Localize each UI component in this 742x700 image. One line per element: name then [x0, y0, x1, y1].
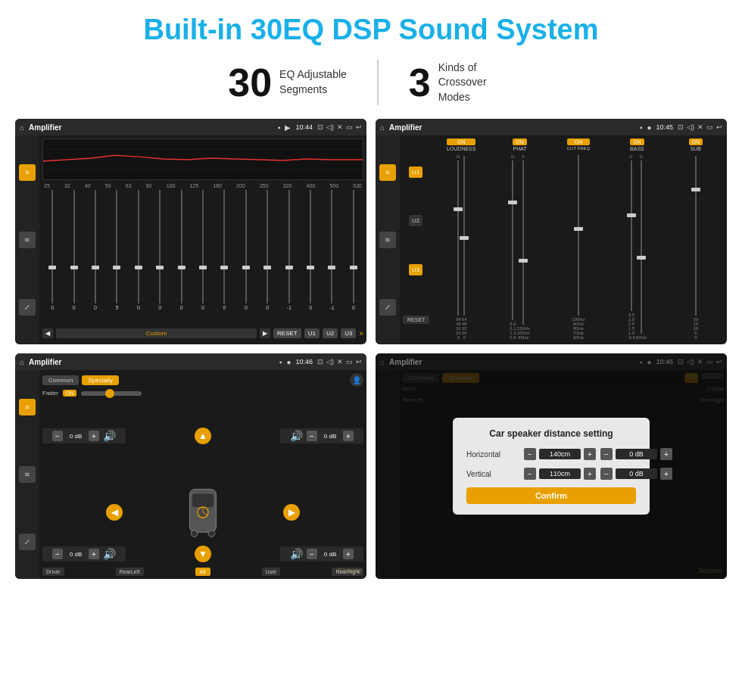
expand-btn3[interactable]: ⤢	[19, 534, 36, 550]
eq-slider-6[interactable]: 0	[150, 190, 170, 310]
reset-crossover-btn[interactable]: RESET	[403, 316, 429, 324]
screen2-time: 10:45	[656, 123, 673, 131]
display-icon2[interactable]: ▭	[706, 123, 713, 131]
eq-slider-9[interactable]: 0	[214, 190, 234, 310]
u3-btn[interactable]: U3	[341, 328, 356, 338]
all-btn[interactable]: All	[195, 568, 210, 576]
camera-icon3[interactable]: ⊡	[317, 358, 323, 366]
db-plus-br[interactable]: +	[343, 549, 354, 559]
cutfreq-on-btn[interactable]: ON	[567, 138, 591, 145]
u1-btn[interactable]: U1	[304, 328, 320, 338]
camera-icon2[interactable]: ⊡	[678, 123, 684, 131]
home-icon[interactable]: ⌂	[20, 123, 24, 132]
volume-icon[interactable]: ◁)	[326, 123, 334, 131]
svg-point-7	[208, 530, 215, 537]
wave-btn3[interactable]: ≋	[19, 466, 36, 483]
home-icon3[interactable]: ⌂	[20, 358, 24, 366]
next-btn[interactable]: ▶	[260, 328, 270, 338]
eq-slider-3[interactable]: 0	[86, 190, 105, 310]
phat-name: PHAT	[513, 146, 527, 151]
eq-slider-2[interactable]: 0	[64, 190, 83, 310]
horizontal-plus-btn[interactable]: +	[584, 448, 596, 460]
close-icon[interactable]: ✕	[337, 123, 343, 131]
avatar-btn[interactable]: 👤	[350, 373, 363, 387]
phat-on-btn[interactable]: ON	[513, 138, 527, 145]
camera-icon[interactable]: ⊡	[317, 123, 323, 131]
loudness-on-btn[interactable]: ON	[447, 138, 476, 145]
eq-btn3[interactable]: ≡	[19, 399, 36, 415]
reset-btn[interactable]: RESET	[273, 328, 301, 338]
eq-slider-14[interactable]: -1	[322, 190, 341, 310]
db-value-tl: 0 dB	[65, 433, 86, 440]
expand-btn2[interactable]: ⤢	[379, 299, 396, 316]
cutfreq-name: CUT FREQ	[567, 146, 591, 151]
volume-icon2[interactable]: ◁)	[687, 123, 694, 131]
vertical-minus-btn[interactable]: −	[524, 468, 536, 480]
db-minus-br[interactable]: −	[307, 549, 317, 559]
eq-slider-10[interactable]: 0	[236, 190, 256, 310]
eq-slider-12[interactable]: -1	[279, 190, 298, 310]
driver-btn[interactable]: Driver	[42, 568, 64, 576]
wave-btn[interactable]: ≋	[19, 232, 36, 248]
db-minus-bl[interactable]: −	[52, 549, 63, 559]
fader-knob[interactable]	[105, 389, 114, 398]
db-minus-tr[interactable]: −	[307, 431, 317, 441]
fader-track[interactable]	[81, 391, 142, 396]
eq-btn2[interactable]: ≡	[379, 164, 396, 181]
db-plus-tr[interactable]: +	[343, 431, 354, 441]
fader-on-badge[interactable]: ON	[63, 390, 77, 397]
eq-slider-1[interactable]: 0	[42, 190, 62, 310]
eq-slider-4[interactable]: 5	[107, 190, 126, 310]
rearleft-btn[interactable]: RearLeft	[116, 568, 144, 576]
eq-slider-8[interactable]: 0	[193, 190, 213, 310]
eq-slider-7[interactable]: 0	[171, 190, 191, 310]
rearright-btn[interactable]: RearRight	[332, 568, 363, 576]
sub-on-btn[interactable]: ON	[689, 138, 703, 145]
sub-name: SUB	[689, 146, 703, 151]
vertical-row: Vertical − 110cm + − 0 dB +	[466, 468, 636, 480]
bass-on-btn[interactable]: ON	[630, 138, 644, 145]
user-btn[interactable]: User	[262, 568, 281, 576]
loudness-name: LOUDNESS	[447, 146, 476, 151]
back-icon[interactable]: ↩	[356, 123, 362, 131]
vertical-db-plus-btn[interactable]: +	[660, 468, 672, 480]
confirm-button[interactable]: Confirm	[466, 487, 636, 504]
eq-slider-5[interactable]: 0	[129, 190, 148, 310]
prev-btn[interactable]: ◀	[42, 328, 53, 338]
left-btn[interactable]: ◀	[106, 504, 123, 521]
volume-icon3[interactable]: ◁)	[326, 358, 334, 366]
horizontal-db-minus-btn[interactable]: −	[600, 448, 613, 460]
right-btn[interactable]: ▶	[283, 504, 300, 521]
u2-btn[interactable]: U2	[323, 328, 338, 338]
specialty-tab[interactable]: Specialty	[82, 375, 118, 385]
display-icon[interactable]: ▭	[346, 123, 353, 131]
common-tab[interactable]: Common	[42, 375, 79, 385]
db-plus-bl[interactable]: +	[89, 549, 99, 559]
display-icon3[interactable]: ▭	[346, 358, 353, 366]
home-icon2[interactable]: ⌂	[380, 123, 385, 132]
back-icon2[interactable]: ↩	[716, 123, 722, 131]
vertical-db-minus-btn[interactable]: −	[600, 468, 613, 480]
horizontal-minus-btn[interactable]: −	[524, 448, 536, 460]
close-icon3[interactable]: ✕	[337, 358, 343, 366]
horizontal-db-plus-btn[interactable]: +	[660, 448, 672, 460]
close-icon2[interactable]: ✕	[697, 123, 703, 131]
db-minus-tl[interactable]: −	[52, 431, 63, 441]
eq-slider-11[interactable]: 0	[257, 190, 277, 310]
back-icon3[interactable]: ↩	[356, 358, 362, 366]
screen1-title: Amplifier	[29, 123, 273, 132]
eq-slider-13[interactable]: 0	[301, 190, 320, 310]
u2-crossover-btn[interactable]: U2	[409, 215, 422, 226]
play-icon[interactable]: ▶	[285, 123, 291, 132]
db-plus-tl[interactable]: +	[89, 431, 99, 441]
eq-slider-15[interactable]: 0	[344, 190, 363, 310]
u1-crossover-btn[interactable]: U1	[409, 166, 422, 178]
up-btn[interactable]: ▲	[195, 428, 211, 444]
u3-crossover-btn[interactable]: U3	[409, 264, 422, 275]
expand-btn[interactable]: ⤢	[19, 299, 36, 316]
screen-eq: ⌂ Amplifier ▪ ▶ 10:44 ⊡ ◁) ✕ ▭ ↩ ≡ ≋ ⤢	[15, 119, 366, 344]
wave-btn2[interactable]: ≋	[379, 232, 396, 248]
vertical-plus-btn[interactable]: +	[584, 468, 596, 480]
screen3-main: Common Specialty 👤 Fader ON	[39, 370, 366, 579]
eq-btn[interactable]: ≡	[19, 164, 36, 181]
